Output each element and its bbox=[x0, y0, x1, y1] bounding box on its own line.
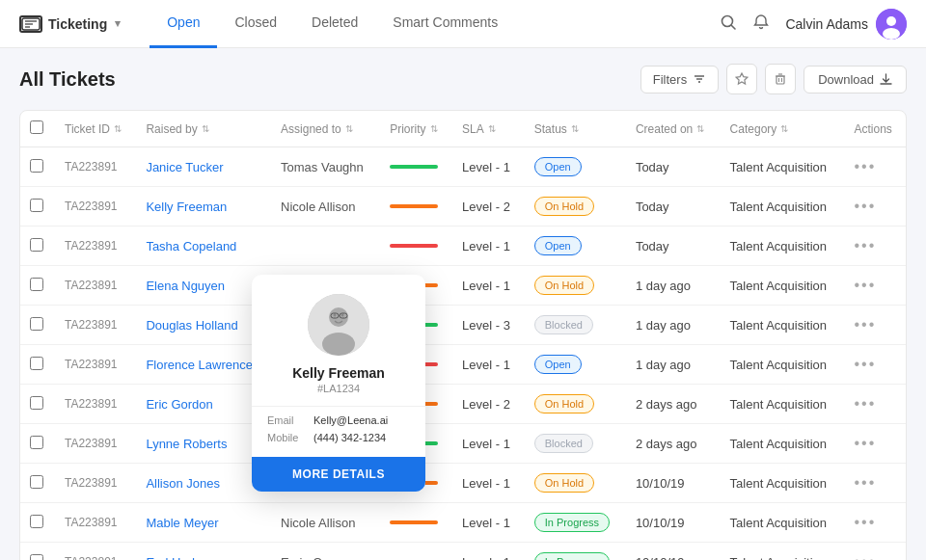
table-row: TA223891 Florence Lawrence Level - 1 Ope… bbox=[20, 345, 906, 385]
row-checkbox[interactable] bbox=[30, 159, 43, 173]
tab-smart-comments[interactable]: Smart Comments bbox=[375, 0, 515, 48]
app-logo[interactable]: Ticketing ▾ bbox=[19, 15, 121, 33]
priority-bar bbox=[390, 165, 438, 169]
sort-sla-icon[interactable]: ⇅ bbox=[488, 123, 496, 134]
tab-closed[interactable]: Closed bbox=[217, 0, 294, 48]
raised-by-link[interactable]: Allison Jones bbox=[146, 476, 220, 491]
row-created: Today bbox=[626, 227, 721, 266]
row-checkbox[interactable] bbox=[30, 199, 43, 212]
row-status: In Progress bbox=[525, 543, 626, 561]
actions-menu-button[interactable]: ••• bbox=[854, 356, 876, 372]
row-category: Talent Acquisition bbox=[721, 385, 845, 424]
row-sla: Level - 1 bbox=[452, 424, 525, 464]
star-button[interactable] bbox=[726, 64, 757, 94]
actions-menu-button[interactable]: ••• bbox=[854, 395, 876, 412]
row-actions: ••• bbox=[844, 385, 906, 424]
actions-menu-button[interactable]: ••• bbox=[854, 316, 876, 333]
row-checkbox[interactable] bbox=[30, 278, 43, 291]
table-row: TA223891 Douglas Holland Level - 3 Block… bbox=[20, 306, 906, 345]
raised-by-link[interactable]: Kelly Freeman bbox=[146, 200, 227, 214]
row-checkbox-cell bbox=[20, 543, 55, 561]
row-assigned-to bbox=[271, 227, 380, 266]
actions-menu-button[interactable]: ••• bbox=[854, 474, 876, 491]
tab-open[interactable]: Open bbox=[150, 0, 217, 48]
row-created: 10/10/19 bbox=[626, 503, 721, 543]
row-sla: Level - 1 bbox=[452, 266, 525, 306]
svg-rect-12 bbox=[776, 76, 784, 84]
row-checkbox[interactable] bbox=[30, 317, 43, 331]
actions-menu-button[interactable]: ••• bbox=[854, 435, 876, 451]
popup-avatar bbox=[308, 294, 369, 356]
raised-by-link[interactable]: Janice Tucker bbox=[146, 160, 223, 174]
raised-by-link[interactable]: Lynne Roberts bbox=[146, 437, 227, 451]
sort-assigned-to-icon[interactable]: ⇅ bbox=[345, 123, 353, 134]
row-assigned-to: Nicole Allison bbox=[271, 187, 380, 227]
raised-by-link[interactable]: Florence Lawrence bbox=[146, 358, 253, 372]
row-checkbox[interactable] bbox=[30, 554, 43, 561]
raised-by-link[interactable]: Eric Gordon bbox=[146, 397, 212, 412]
trash-button[interactable] bbox=[765, 64, 796, 94]
actions-menu-button[interactable]: ••• bbox=[854, 277, 876, 293]
row-actions: ••• bbox=[844, 187, 906, 227]
raised-by-link[interactable]: Mable Meyer bbox=[146, 516, 218, 530]
download-button[interactable]: Download bbox=[803, 66, 907, 93]
row-sla: Level - 1 bbox=[452, 227, 525, 266]
sort-ticket-id-icon[interactable]: ⇅ bbox=[114, 123, 122, 134]
row-checkbox[interactable] bbox=[30, 238, 43, 252]
actions-menu-button[interactable]: ••• bbox=[854, 237, 876, 253]
row-checkbox[interactable] bbox=[30, 475, 43, 489]
popup-mobile-value: (444) 342-1234 bbox=[313, 432, 386, 443]
row-raised-by: Janice Tucker bbox=[136, 147, 271, 187]
row-checkbox[interactable] bbox=[30, 396, 43, 410]
row-checkbox[interactable] bbox=[30, 436, 43, 449]
row-ticket-id: TA223891 bbox=[55, 227, 136, 266]
sort-category-icon[interactable]: ⇅ bbox=[780, 123, 788, 134]
filters-button[interactable]: Filters bbox=[640, 66, 719, 93]
actions-menu-button[interactable]: ••• bbox=[854, 553, 876, 560]
row-checkbox[interactable] bbox=[30, 515, 43, 528]
row-ticket-id: TA223891 bbox=[55, 464, 136, 503]
popup-info: Email Kelly@Leena.ai Mobile (444) 342-12… bbox=[252, 406, 425, 457]
actions-menu-button[interactable]: ••• bbox=[854, 158, 876, 174]
trash-icon bbox=[774, 72, 787, 86]
actions-menu-button[interactable]: ••• bbox=[854, 514, 876, 530]
sort-status-icon[interactable]: ⇅ bbox=[571, 123, 579, 134]
raised-by-link[interactable]: Elena Nguyen bbox=[146, 279, 225, 293]
row-raised-by: Kelly Freeman bbox=[136, 187, 271, 227]
more-details-button[interactable]: MORE DETAILS bbox=[252, 457, 425, 492]
sort-created-on-icon[interactable]: ⇅ bbox=[696, 123, 704, 134]
status-badge: Blocked bbox=[534, 315, 593, 334]
table-row: TA223891 Kelly Freeman Nicole Allison Le… bbox=[20, 187, 906, 227]
status-badge: On Hold bbox=[534, 276, 594, 295]
row-status: Blocked bbox=[525, 424, 626, 464]
actions-menu-button[interactable]: ••• bbox=[854, 198, 876, 214]
row-checkbox[interactable] bbox=[30, 357, 43, 370]
row-category: Talent Acquisition bbox=[721, 503, 845, 543]
tab-deleted[interactable]: Deleted bbox=[294, 0, 375, 48]
row-ticket-id: TA223891 bbox=[55, 385, 136, 424]
bell-button[interactable] bbox=[752, 13, 770, 35]
row-priority bbox=[380, 147, 452, 187]
svg-point-22 bbox=[341, 314, 344, 317]
table-row: TA223891 Earl Hodges Ervin Cannon Level … bbox=[20, 543, 906, 561]
status-badge: In Progress bbox=[534, 513, 610, 532]
row-sla: Level - 1 bbox=[452, 543, 525, 561]
popup-email-label: Email bbox=[267, 414, 306, 426]
popup-mobile-row: Mobile (444) 342-1234 bbox=[267, 432, 410, 443]
select-all-checkbox[interactable] bbox=[30, 120, 43, 134]
row-checkbox-cell bbox=[20, 306, 55, 345]
raised-by-link[interactable]: Tasha Copeland bbox=[146, 239, 236, 253]
sort-raised-by-icon[interactable]: ⇅ bbox=[202, 123, 209, 134]
svg-point-21 bbox=[334, 314, 337, 317]
header-bar: All Tickets Filters bbox=[19, 64, 907, 94]
raised-by-link[interactable]: Earl Hodges bbox=[146, 555, 215, 561]
row-ticket-id: TA223891 bbox=[55, 345, 136, 385]
row-ticket-id: TA223891 bbox=[55, 187, 136, 227]
table-row: TA223891 Elena Nguyen Level - 1 On Hold … bbox=[20, 266, 906, 306]
status-badge: On Hold bbox=[534, 197, 594, 216]
row-sla: Level - 2 bbox=[452, 187, 525, 227]
sort-priority-icon[interactable]: ⇅ bbox=[430, 123, 438, 134]
search-button[interactable] bbox=[720, 13, 737, 35]
raised-by-link[interactable]: Douglas Holland bbox=[146, 318, 237, 333]
row-checkbox-cell bbox=[20, 147, 55, 187]
